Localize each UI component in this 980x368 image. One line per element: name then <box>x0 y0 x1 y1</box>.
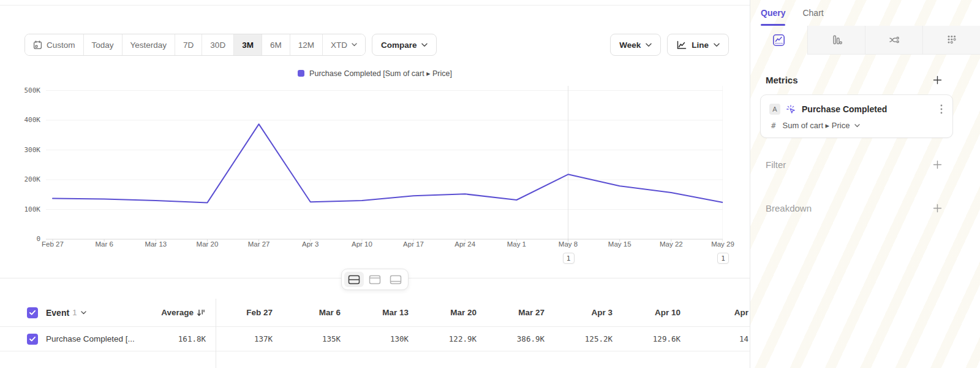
x-tick-label: Apr 24 <box>437 240 492 248</box>
metric-event-name: Purchase Completed <box>802 104 933 114</box>
cell-value: 122.9K <box>409 334 477 343</box>
tab-retention[interactable] <box>922 26 980 55</box>
retention-dots-icon <box>945 33 959 47</box>
table-column-divider <box>216 299 216 368</box>
event-sparkle-icon <box>786 104 796 115</box>
y-tick-label: 200K <box>0 175 40 183</box>
date-column-header[interactable]: Mar 6 <box>273 308 341 317</box>
y-tick-label: 400K <box>0 116 40 124</box>
metric-card-row1: A Purchase Completed <box>769 103 944 115</box>
results-table: Event 1 Average Feb 27Mar 6Mar 13Mar 20M… <box>0 278 750 368</box>
query-sidebar: QueryChart Metrics A Purchase Compl <box>750 0 980 368</box>
series-line[interactable] <box>53 124 723 202</box>
row-event-name: Purchase Completed [... <box>46 334 135 343</box>
x-tick-label: May 15 <box>592 240 647 248</box>
insights-icon <box>772 33 786 47</box>
date-column-header[interactable]: Apr <box>680 308 748 317</box>
metric-card[interactable]: A Purchase Completed # Sum of cart ▸ Pri… <box>760 94 953 138</box>
date-column-header[interactable]: Apr 3 <box>545 308 612 317</box>
x-tick-label: Apr 17 <box>386 240 441 248</box>
cell-value: 137K <box>216 334 273 343</box>
table-header-left: Event 1 Average <box>0 307 216 318</box>
select-all-checkbox[interactable] <box>27 307 38 318</box>
sort-icon <box>197 309 206 317</box>
y-tick-label: 300K <box>0 146 40 154</box>
table-row[interactable]: Purchase Completed [... 161.8K 137K135K1… <box>0 327 750 351</box>
aggregation-selector[interactable]: Sum of cart ▸ Price <box>783 121 861 130</box>
annotation-badge[interactable]: 1 <box>563 253 575 264</box>
x-tick-label: Mar 6 <box>77 240 132 248</box>
line-chart[interactable]: 0100K200K300K400K500K Feb 27Mar 6Mar 13M… <box>0 0 750 278</box>
metrics-section-header: Metrics <box>750 74 980 86</box>
numeric-type-icon: # <box>771 121 776 130</box>
chevron-down-icon <box>854 124 860 128</box>
sidebar-tab-query[interactable]: Query <box>761 0 785 26</box>
x-tick-label: May 29 <box>695 240 750 248</box>
funnel-bars-icon <box>830 33 843 47</box>
plot-canvas[interactable] <box>46 86 723 244</box>
add-breakdown-button[interactable] <box>932 202 943 214</box>
event-column-header[interactable]: Event <box>46 308 69 318</box>
x-tick-label: Mar 27 <box>232 240 287 248</box>
main-panel: CustomTodayYesterday7D30D3M6M12MXTD Comp… <box>0 0 750 368</box>
flows-icon <box>888 33 901 47</box>
cell-value: 125.2K <box>545 334 612 343</box>
y-tick-label: 100K <box>0 205 40 213</box>
x-tick-label: May 8 <box>541 240 596 248</box>
x-tick-label: Apr 10 <box>334 240 390 248</box>
row-average-value: 161.8K <box>178 334 206 343</box>
insights-report-screen: CustomTodayYesterday7D30D3M6M12MXTD Comp… <box>0 0 980 368</box>
cell-value: 135K <box>273 334 341 343</box>
row-values: 137K135K130K122.9K386.9K125.2K129.6K14 <box>216 334 750 343</box>
annotation-badge[interactable]: 1 <box>717 253 729 264</box>
sidebar-tabs: QueryChart <box>750 0 980 26</box>
x-tick-label: Mar 20 <box>179 240 235 248</box>
metric-letter-badge: A <box>769 104 780 115</box>
chevron-down-icon[interactable] <box>81 311 86 315</box>
metrics-title: Metrics <box>766 75 798 85</box>
x-tick-label: May 1 <box>489 240 544 248</box>
kebab-menu-icon[interactable] <box>939 103 944 115</box>
row-checkbox[interactable] <box>27 334 38 345</box>
date-column-header[interactable]: Mar 27 <box>477 308 545 317</box>
date-headers: Feb 27Mar 6Mar 13Mar 20Mar 27Apr 3Apr 10… <box>216 308 750 317</box>
breakdown-title: Breakdown <box>766 203 812 213</box>
date-column-header[interactable]: Feb 27 <box>216 308 273 317</box>
breakdown-section-header: Breakdown <box>750 202 980 214</box>
add-metric-button[interactable] <box>932 74 943 86</box>
tab-flows[interactable] <box>865 26 922 55</box>
date-column-header[interactable]: Apr 10 <box>612 308 680 317</box>
cell-value: 14 <box>680 334 748 343</box>
metric-card-row2: # Sum of cart ▸ Price <box>769 121 944 130</box>
sidebar-tab-chart[interactable]: Chart <box>802 0 823 26</box>
table-header-row: Event 1 Average Feb 27Mar 6Mar 13Mar 20M… <box>0 299 750 327</box>
filter-section-header: Filter <box>750 159 980 171</box>
report-type-strip <box>750 26 980 55</box>
add-filter-button[interactable] <box>932 159 943 171</box>
cell-value: 386.9K <box>477 334 545 343</box>
x-tick-label: Feb 27 <box>25 240 80 248</box>
tab-insights[interactable] <box>750 26 807 55</box>
y-tick-label: 500K <box>0 86 40 94</box>
cell-value: 130K <box>341 334 409 343</box>
date-column-header[interactable]: Mar 20 <box>409 308 477 317</box>
table-row-left: Purchase Completed [... 161.8K <box>0 334 216 345</box>
date-column-header[interactable]: Mar 13 <box>341 308 409 317</box>
average-column-header[interactable]: Average <box>161 308 206 317</box>
event-count: 1 <box>72 308 77 317</box>
x-tick-label: Apr 3 <box>283 240 338 248</box>
filter-title: Filter <box>766 159 786 170</box>
cell-value: 129.6K <box>612 334 680 343</box>
tab-funnels[interactable] <box>807 26 865 55</box>
x-tick-label: Mar 13 <box>128 240 183 248</box>
x-tick-label: May 22 <box>644 240 699 248</box>
